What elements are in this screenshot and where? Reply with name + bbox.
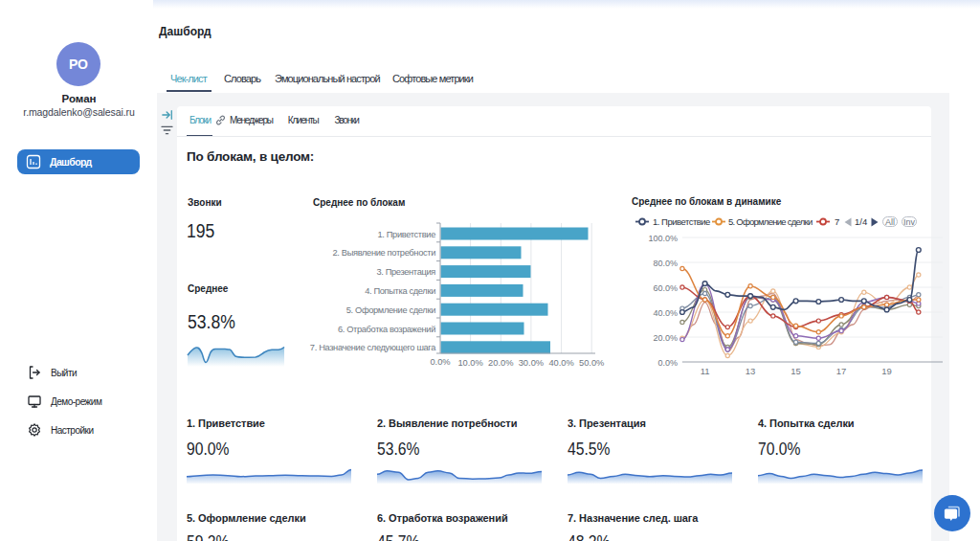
svg-text:50.0%: 50.0% xyxy=(579,358,604,368)
svg-text:5. Оформление сделки: 5. Оформление сделки xyxy=(346,305,435,315)
svg-text:6. Отработка возражений: 6. Отработка возражений xyxy=(338,325,435,334)
svg-text:19: 19 xyxy=(881,366,892,376)
svg-text:30.0%: 30.0% xyxy=(519,358,544,368)
svg-text:10.0%: 10.0% xyxy=(457,358,482,368)
svg-text:1. Приветствие: 1. Приветствие xyxy=(377,230,435,239)
svg-text:2. Выявление потребности: 2. Выявление потребности xyxy=(333,248,436,258)
svg-text:11: 11 xyxy=(701,366,710,376)
svg-text:40.0%: 40.0% xyxy=(653,308,678,318)
svg-text:60.0%: 60.0% xyxy=(653,283,678,293)
svg-text:80.0%: 80.0% xyxy=(653,259,678,268)
svg-text:3. Презентация: 3. Презентация xyxy=(376,267,435,277)
svg-text:13: 13 xyxy=(746,366,756,376)
svg-text:7. Назначение следующего шага: 7. Назначение следующего шага xyxy=(310,343,436,352)
svg-text:17: 17 xyxy=(836,366,847,376)
svg-text:0.0%: 0.0% xyxy=(430,357,450,367)
svg-text:100.0%: 100.0% xyxy=(648,234,678,243)
svg-text:4. Попытка сделки: 4. Попытка сделки xyxy=(365,286,435,296)
svg-text:20.0%: 20.0% xyxy=(653,333,678,343)
svg-text:40.0%: 40.0% xyxy=(548,358,573,368)
svg-text:15: 15 xyxy=(791,366,801,376)
svg-text:20.0%: 20.0% xyxy=(488,358,513,368)
svg-text:0.0%: 0.0% xyxy=(657,358,678,368)
